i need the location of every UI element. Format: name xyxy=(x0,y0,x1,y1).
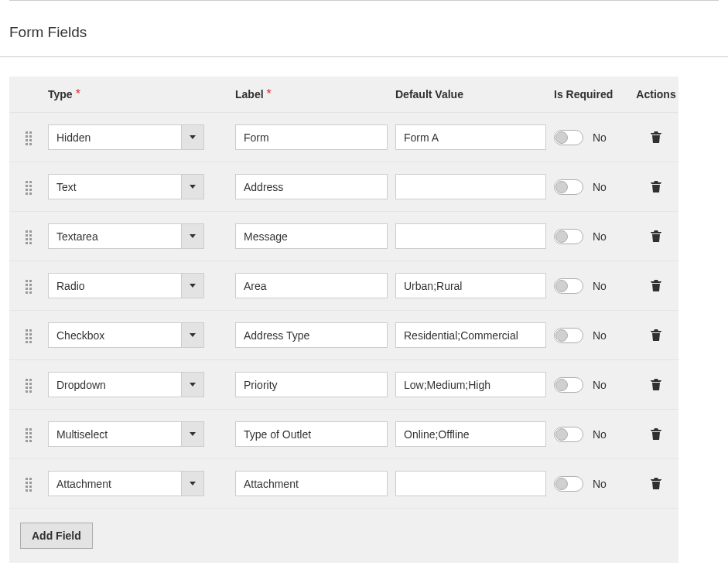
section-title: Form Fields xyxy=(0,16,728,57)
header-default-value: Default Value xyxy=(395,88,463,100)
table-row: Checkbox No xyxy=(9,310,678,359)
header-is-required: Is Required xyxy=(554,88,613,100)
chevron-down-icon[interactable] xyxy=(181,124,204,150)
table-row: Multiselect No xyxy=(9,409,678,458)
table-row: Radio No xyxy=(9,261,678,310)
type-select[interactable]: Text xyxy=(48,174,204,199)
delete-icon[interactable] xyxy=(651,180,661,193)
delete-icon[interactable] xyxy=(651,378,661,391)
delete-icon[interactable] xyxy=(651,279,661,292)
chevron-down-icon[interactable] xyxy=(181,471,204,496)
chevron-down-icon[interactable] xyxy=(181,372,204,397)
table-row: Textarea No xyxy=(9,211,678,261)
label-input[interactable] xyxy=(235,124,388,150)
default-value-input[interactable] xyxy=(395,372,546,397)
toggle-label: No xyxy=(593,181,607,193)
required-toggle[interactable] xyxy=(554,328,583,343)
drag-handle-icon[interactable] xyxy=(26,329,32,342)
table-row: Text No xyxy=(9,162,678,211)
toggle-label: No xyxy=(593,230,607,243)
default-value-input[interactable] xyxy=(395,322,546,348)
drag-handle-icon[interactable] xyxy=(26,230,32,243)
toggle-label: No xyxy=(593,478,607,490)
label-input[interactable] xyxy=(235,421,388,447)
delete-icon[interactable] xyxy=(651,230,661,243)
toggle-label: No xyxy=(593,428,607,441)
type-select[interactable]: Multiselect xyxy=(48,421,204,447)
required-toggle[interactable] xyxy=(554,229,583,244)
type-select[interactable]: Attachment xyxy=(48,471,204,496)
type-select[interactable]: Dropdown xyxy=(48,372,204,397)
default-value-input[interactable] xyxy=(395,273,546,298)
table-row: Dropdown No xyxy=(9,359,678,409)
chevron-down-icon[interactable] xyxy=(181,223,204,249)
default-value-input[interactable] xyxy=(395,124,546,150)
add-field-button[interactable]: Add Field xyxy=(20,523,93,549)
drag-handle-icon[interactable] xyxy=(26,280,32,292)
drag-handle-icon[interactable] xyxy=(26,131,32,144)
table-header-row: Type* Label* Default Value Is Required A… xyxy=(9,77,678,112)
required-asterisk: * xyxy=(267,87,272,100)
toggle-label: No xyxy=(593,379,607,391)
required-toggle[interactable] xyxy=(554,476,583,492)
required-toggle[interactable] xyxy=(554,130,583,145)
label-input[interactable] xyxy=(235,174,388,199)
chevron-down-icon[interactable] xyxy=(181,322,204,348)
label-input[interactable] xyxy=(235,322,388,348)
default-value-input[interactable] xyxy=(395,421,546,447)
type-select[interactable]: Hidden xyxy=(48,124,204,150)
header-label: Label xyxy=(235,88,264,100)
required-asterisk: * xyxy=(76,87,80,100)
delete-icon[interactable] xyxy=(651,131,661,144)
label-input[interactable] xyxy=(235,372,388,397)
type-select[interactable]: Textarea xyxy=(48,223,204,249)
required-toggle[interactable] xyxy=(554,427,583,442)
drag-handle-icon[interactable] xyxy=(26,478,32,490)
table-row: Hidden No xyxy=(9,112,678,162)
default-value-input[interactable] xyxy=(395,223,546,249)
required-toggle[interactable] xyxy=(554,377,583,393)
chevron-down-icon[interactable] xyxy=(181,421,204,447)
drag-handle-icon[interactable] xyxy=(26,181,32,193)
toggle-label: No xyxy=(593,280,607,292)
default-value-input[interactable] xyxy=(395,174,546,199)
form-fields-table: Type* Label* Default Value Is Required A… xyxy=(9,77,678,563)
label-input[interactable] xyxy=(235,223,388,249)
default-value-input[interactable] xyxy=(395,471,546,496)
delete-icon[interactable] xyxy=(651,477,661,490)
toggle-label: No xyxy=(593,329,607,342)
label-input[interactable] xyxy=(235,471,388,496)
chevron-down-icon[interactable] xyxy=(181,174,204,199)
type-select[interactable]: Radio xyxy=(48,273,204,298)
header-type: Type xyxy=(48,88,73,100)
drag-handle-icon[interactable] xyxy=(26,379,32,391)
chevron-down-icon[interactable] xyxy=(181,273,204,298)
delete-icon[interactable] xyxy=(651,427,661,441)
delete-icon[interactable] xyxy=(651,329,661,342)
header-actions: Actions xyxy=(636,88,675,100)
drag-handle-icon[interactable] xyxy=(26,428,32,441)
table-footer: Add Field xyxy=(9,508,678,563)
toggle-label: No xyxy=(593,131,607,144)
required-toggle[interactable] xyxy=(554,179,583,195)
type-select[interactable]: Checkbox xyxy=(48,322,204,348)
required-toggle[interactable] xyxy=(554,278,583,294)
table-row: Attachment No xyxy=(9,458,678,508)
label-input[interactable] xyxy=(235,273,388,298)
